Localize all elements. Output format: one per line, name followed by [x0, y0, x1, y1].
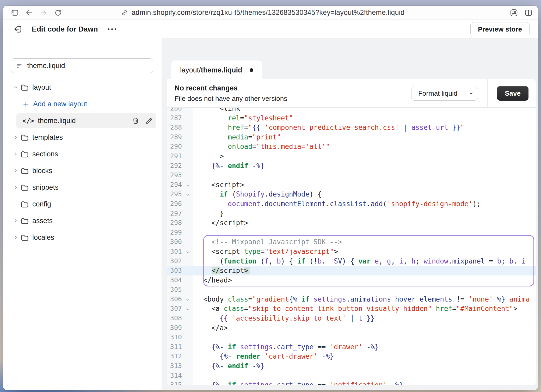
fold-toggle-icon[interactable]: [184, 247, 191, 256]
code-line[interactable]: 298 </script>: [167, 218, 536, 228]
fold-toggle-icon[interactable]: [184, 189, 191, 199]
preview-store-button[interactable]: Preview store: [470, 22, 530, 36]
code-line[interactable]: 311 {%- if settings.cart_type == 'drawer…: [167, 342, 536, 352]
sidebar-folder-assets[interactable]: assets: [3, 212, 162, 229]
code-line[interactable]: 314: [167, 371, 536, 381]
code-line[interactable]: 287 rel="stylesheet": [167, 113, 536, 123]
sidebar-folder-locales[interactable]: locales: [3, 229, 162, 246]
search-input[interactable]: [27, 62, 142, 70]
code-text: {{ 'accessibility.skip_to_text' | t }}: [191, 314, 536, 323]
code-line[interactable]: 312 {%- render 'cart-drawer' -%}: [167, 352, 536, 361]
format-dropdown-chevron-icon[interactable]: [464, 86, 478, 100]
file-label: theme.liquid: [38, 117, 76, 125]
code-line[interactable]: 291 >: [167, 151, 536, 161]
code-line[interactable]: 293: [167, 170, 536, 180]
code-text: rel="stylesheet": [191, 113, 536, 123]
split-view-icon[interactable]: [524, 9, 533, 17]
forward-icon[interactable]: [40, 9, 47, 17]
code-line[interactable]: 292 {%- endif -%}: [167, 161, 536, 171]
sidebar-folder-config[interactable]: config: [3, 196, 162, 212]
pencil-icon[interactable]: [145, 117, 153, 125]
code-lines: 286 <link287 rel="stylesheet"288 href="{…: [167, 108, 536, 385]
fold-toggle-icon[interactable]: [184, 180, 191, 190]
code-line[interactable]: 286 <link: [167, 108, 536, 113]
sidebar-folder-layout[interactable]: layout: [3, 79, 162, 96]
chevron-down-icon[interactable]: [13, 84, 19, 90]
code-line[interactable]: 294 <script>: [167, 180, 536, 190]
url-field[interactable]: admin.shopify.com/store/rzq1xu-f5/themes…: [121, 6, 404, 20]
trash-icon[interactable]: [132, 117, 139, 125]
folder-icon: [20, 200, 29, 209]
sidebar-folder-templates[interactable]: templates: [3, 129, 162, 146]
sidebar-folder-snippets[interactable]: snippets: [3, 179, 162, 196]
tab-theme-liquid[interactable]: layout/theme.liquid: [171, 60, 262, 80]
sidebar-folder-blocks[interactable]: blocks: [3, 162, 162, 179]
code-line[interactable]: 302 (function (f, b) { if (!b.__SV) { va…: [167, 256, 536, 266]
sidebar-toggle-icon[interactable]: [11, 9, 19, 17]
fold-spacer: [184, 142, 191, 151]
code-line[interactable]: 303 </script>: [167, 266, 536, 275]
code-line[interactable]: 310: [167, 333, 536, 342]
reload-icon[interactable]: [54, 9, 62, 17]
code-text: </script>: [191, 266, 536, 275]
code-text: [191, 333, 536, 342]
sidebar-item-theme-liquid[interactable]: </>theme.liquid: [3, 112, 162, 129]
exit-editor-icon[interactable]: [14, 25, 22, 34]
code-line[interactable]: 295 if (Shopify.designMode) {: [167, 189, 536, 199]
line-number: 295: [167, 189, 184, 199]
code-line[interactable]: 306 <body class="gradient{% if settings.…: [167, 295, 536, 304]
code-line[interactable]: 288 href="{{ 'component-predictive-searc…: [167, 123, 536, 132]
add-new-layout-link[interactable]: Add a new layout: [3, 96, 162, 112]
chevron-right-icon[interactable]: [13, 218, 19, 224]
code-line[interactable]: 300 <!-- Mixpanel Javascript SDK -->: [167, 237, 536, 247]
sidebar-folder-sections[interactable]: sections: [3, 146, 162, 162]
code-line[interactable]: 308 {{ 'accessibility.skip_to_text' | t …: [167, 314, 536, 323]
folder-icon: [20, 166, 29, 175]
code-text: <body class="gradient{% if settings.anim…: [191, 295, 536, 304]
save-button[interactable]: Save: [497, 86, 528, 101]
line-number: 293: [167, 170, 184, 180]
code-line[interactable]: 296 document.documentElement.classList.a…: [167, 199, 536, 209]
selected-file-pill[interactable]: </>theme.liquid: [16, 113, 156, 128]
fold-spacer: [184, 132, 191, 142]
code-text: if (Shopify.designMode) {: [191, 189, 536, 199]
code-line[interactable]: 305: [167, 285, 536, 295]
code-file-icon: </>: [22, 117, 34, 125]
folder-label: locales: [32, 234, 54, 242]
file-search-box[interactable]: [11, 58, 153, 73]
folder-label: templates: [32, 133, 63, 142]
line-number: 297: [167, 209, 184, 218]
code-line[interactable]: 309 </a>: [167, 323, 536, 333]
fold-spacer: [184, 285, 191, 295]
code-line[interactable]: 299: [167, 228, 536, 237]
chevron-right-icon[interactable]: [13, 184, 19, 191]
code-editor[interactable]: 286 <link287 rel="stylesheet"288 href="{…: [167, 108, 536, 385]
chevron-right-icon[interactable]: [13, 234, 19, 241]
code-line[interactable]: 301 <script type="text/javascript">: [167, 247, 536, 256]
code-line[interactable]: 313 {%- endif -%}: [167, 361, 536, 371]
code-line[interactable]: 289 media="print": [167, 132, 536, 142]
code-line[interactable]: 290 onload="this.media='all'": [167, 142, 536, 151]
line-number: 314: [167, 371, 184, 381]
code-line[interactable]: 297 }: [167, 209, 536, 218]
page-settings-icon[interactable]: [510, 9, 518, 17]
fold-spacer: [184, 342, 191, 352]
code-line[interactable]: 307 <a class="skip-to-content-link butto…: [167, 304, 536, 314]
code-line[interactable]: 315 {%- if settings.cart_type == 'notifi…: [167, 380, 536, 385]
code-line[interactable]: 304 </head>: [167, 275, 536, 285]
folder-icon: [20, 183, 29, 192]
back-icon[interactable]: [25, 9, 33, 17]
chevron-right-icon[interactable]: [13, 134, 19, 140]
fold-spacer: [184, 256, 191, 266]
chevron-right-icon[interactable]: [13, 168, 19, 174]
fold-toggle-icon[interactable]: [184, 295, 191, 304]
fold-toggle-icon[interactable]: [184, 304, 191, 314]
add-layout-label: Add a new layout: [33, 100, 87, 108]
chevron-right-icon[interactable]: [13, 151, 19, 157]
format-liquid-button[interactable]: Format liquid: [411, 86, 478, 101]
version-status: No recent changes File does not have any…: [175, 84, 287, 103]
more-actions-icon[interactable]: [108, 28, 116, 30]
editor-toolbar: No recent changes File does not have any…: [167, 79, 536, 108]
line-number: 304: [167, 275, 184, 285]
folder-icon: [20, 233, 29, 242]
